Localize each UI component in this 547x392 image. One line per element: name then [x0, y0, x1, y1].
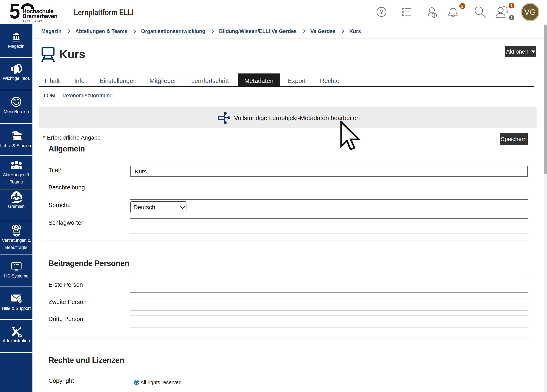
svg-text:?: ?	[19, 299, 21, 303]
svg-text:?: ?	[380, 8, 383, 15]
